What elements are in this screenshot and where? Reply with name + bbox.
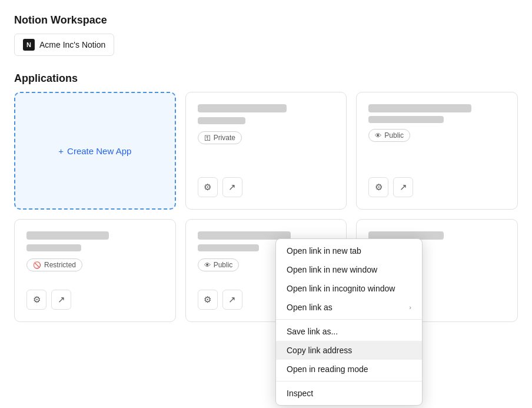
app-card-3-name [26,231,109,240]
app-card-3-actions: ⚙ ↗ [26,290,164,310]
create-new-app-card[interactable]: + Create New App [14,92,176,210]
app-card-3-settings-button[interactable]: ⚙ [26,290,46,310]
settings-icon: ⚙ [375,182,383,193]
workspace-badge-label: Acme Inc's Notion [39,40,105,49]
workspace-section: Notion Workspace N Acme Inc's Notion [14,14,518,56]
app-card-2-desc [368,116,444,123]
context-menu-save-link-as[interactable]: Save link as... [276,322,422,341]
apps-grid: + Create New App ⚿ Private ⚙ [14,92,518,322]
plus-icon: + [58,146,64,156]
context-menu: Open link in new tab Open link in new wi… [275,238,423,406]
app-card-4-open-button[interactable]: ↗ [222,290,242,310]
external-link-icon: ↗ [58,294,65,305]
app-card-2-name [368,104,471,112]
app-card-2-actions: ⚙ ↗ [368,177,506,197]
settings-icon: ⚙ [204,294,211,305]
app-card-1-name [198,104,287,112]
app-card-1-badge-label: Private [214,134,235,142]
app-card-2-open-button[interactable]: ↗ [393,177,413,197]
applications-section: Applications + Create New App ⚿ Private [14,72,518,322]
workspace-badge[interactable]: N Acme Inc's Notion [14,34,114,56]
app-card-4-name [198,231,291,240]
private-icon: ⚿ [204,134,211,141]
external-link-icon: ↗ [228,182,236,193]
notion-icon: N [23,39,35,51]
page-content: Notion Workspace N Acme Inc's Notion App… [0,0,532,336]
restricted-icon: 🚫 [33,261,41,269]
app-card-4-badge-label: Public [214,261,233,269]
app-card-2-settings-button[interactable]: ⚙ [368,177,388,197]
chevron-right-icon: › [409,304,411,311]
context-menu-inspect[interactable]: Inspect [276,384,422,403]
app-card-3-desc [26,244,81,251]
context-menu-divider-1 [276,319,422,320]
settings-icon: ⚙ [33,294,41,305]
create-new-label: + Create New App [58,146,131,156]
app-card-3: 🚫 Restricted ⚙ ↗ [14,219,176,322]
context-menu-open-reading-mode[interactable]: Open in reading mode [276,360,422,379]
context-menu-divider-2 [276,381,422,382]
context-menu-copy-link-address[interactable]: Copy link address [276,341,422,360]
app-card-3-open-button[interactable]: ↗ [51,290,71,310]
app-card-1-desc [198,117,245,124]
public-icon: 👁 [375,132,381,139]
app-card-1-badge: ⚿ Private [198,131,242,144]
app-card-2: 👁 Public ⚙ ↗ [356,92,518,210]
workspace-title: Notion Workspace [14,14,518,26]
app-card-1-open-button[interactable]: ↗ [222,177,242,197]
app-card-4-desc [198,244,260,251]
app-card-1: ⚿ Private ⚙ ↗ [185,92,347,210]
app-card-4-settings-button[interactable]: ⚙ [198,290,218,310]
context-menu-open-incognito[interactable]: Open link in incognito window [276,279,422,298]
app-card-4-badge: 👁 Public [198,258,240,271]
applications-title: Applications [14,72,518,85]
settings-icon: ⚙ [204,182,211,193]
public-icon: 👁 [204,261,211,268]
context-menu-open-new-tab[interactable]: Open link in new tab [276,241,422,260]
context-menu-open-new-window[interactable]: Open link in new window [276,260,422,279]
app-card-2-badge-label: Public [384,131,404,140]
context-menu-open-link-as[interactable]: Open link as › [276,298,422,317]
external-link-icon: ↗ [400,182,407,193]
app-card-3-badge: 🚫 Restricted [26,258,82,271]
app-card-1-settings-button[interactable]: ⚙ [198,177,218,197]
app-card-1-actions: ⚙ ↗ [198,177,335,197]
app-card-2-badge: 👁 Public [368,129,410,142]
external-link-icon: ↗ [228,294,236,305]
app-card-3-badge-label: Restricted [44,261,76,269]
